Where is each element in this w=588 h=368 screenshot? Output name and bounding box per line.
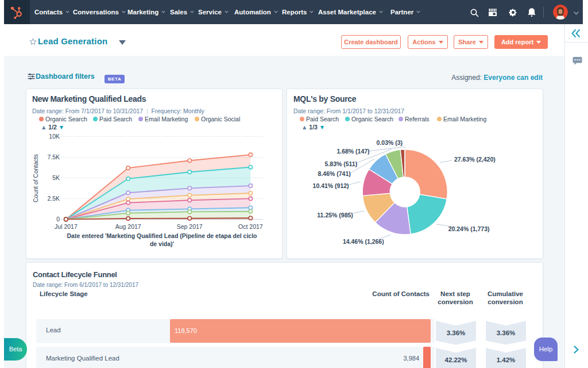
svg-text:Aug 2017: Aug 2017	[115, 223, 141, 230]
svg-text:1.68% (147): 1.68% (147)	[336, 148, 369, 155]
svg-text:2.5K: 2.5K	[47, 195, 60, 202]
svg-text:20.24% (1,773): 20.24% (1,773)	[448, 225, 490, 232]
svg-text:Sep 2017: Sep 2017	[177, 223, 203, 230]
svg-text:0.03% (3): 0.03% (3)	[377, 139, 403, 146]
svg-text:5.83% (511): 5.83% (511)	[325, 160, 358, 167]
svg-text:0: 0	[56, 216, 60, 223]
svg-text:5K: 5K	[52, 174, 60, 181]
svg-text:10.41% (912): 10.41% (912)	[313, 182, 349, 189]
svg-text:11.25% (985): 11.25% (985)	[317, 212, 353, 218]
svg-text:Date entered 'Marketing Qualif: Date entered 'Marketing Qualified Lead (…	[67, 232, 257, 239]
svg-text:8.46% (741): 8.46% (741)	[318, 170, 351, 177]
svg-text:Jul 2017: Jul 2017	[55, 223, 78, 230]
svg-text:Oct 2017: Oct 2017	[238, 223, 263, 230]
svg-text:7.5K: 7.5K	[47, 154, 60, 160]
svg-text:14.46% (1,266): 14.46% (1,266)	[343, 238, 384, 245]
svg-text:Count of Contacts: Count of Contacts	[32, 154, 39, 202]
svg-text:10K: 10K	[49, 133, 60, 140]
svg-text:27.63% (2,420): 27.63% (2,420)	[454, 156, 496, 163]
svg-text:de vida)': de vida)'	[150, 240, 174, 247]
